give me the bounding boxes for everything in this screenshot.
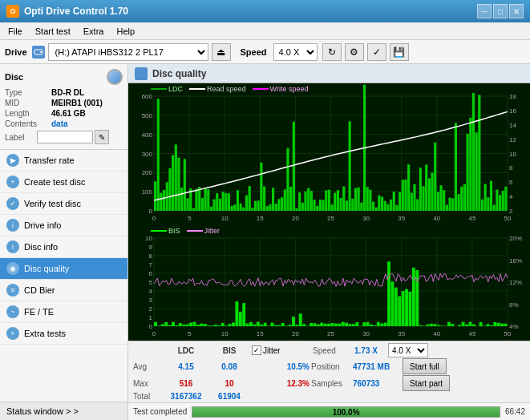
progress-percent: 100.0% bbox=[192, 407, 500, 418]
app-title: Opti Drive Control 1.70 bbox=[24, 6, 128, 17]
fe-te-icon: ~ bbox=[6, 305, 19, 318]
disc-header: Disc bbox=[5, 69, 123, 85]
svg-point-1 bbox=[40, 51, 42, 53]
disc-mid-value: MEIRB1 (001) bbox=[51, 99, 103, 107]
disc-quality-label: Disc quality bbox=[24, 264, 69, 273]
cd-bier-icon: ≡ bbox=[6, 284, 19, 297]
read-speed-legend-label: Read speed bbox=[207, 85, 246, 93]
top-chart-legend: LDC Read speed Write speed bbox=[151, 85, 308, 93]
disc-mid-label: MID bbox=[5, 99, 51, 107]
max-ldc: 516 bbox=[165, 379, 207, 388]
progress-bar-container: 100.0% bbox=[192, 406, 500, 418]
refresh-button[interactable]: ↻ bbox=[322, 43, 342, 61]
max-jitter: 12.3% bbox=[252, 379, 310, 388]
ldc-color bbox=[151, 88, 167, 90]
max-label: Max bbox=[133, 379, 164, 388]
jitter-legend: Jitter bbox=[187, 227, 220, 235]
speed-stat-dropdown[interactable]: 4.0 X bbox=[388, 343, 428, 357]
status-window-button[interactable]: Status window > > bbox=[0, 402, 127, 420]
max-bis: 10 bbox=[208, 379, 250, 388]
main-panel: Disc quality LDC Read speed bbox=[128, 64, 530, 420]
jitter-checkbox[interactable]: ✓ bbox=[252, 345, 261, 355]
sidebar-item-cd-bier[interactable]: ≡ CD Bier bbox=[0, 280, 127, 301]
disc-info-icon: i bbox=[6, 240, 19, 253]
drive-info-icon: i bbox=[6, 219, 19, 232]
ldc-legend: LDC bbox=[151, 85, 183, 93]
stats-max-row: Max 516 10 12.3% Samples 760733 Start pa… bbox=[133, 375, 525, 391]
disc-label-edit-button[interactable]: ✎ bbox=[95, 130, 109, 144]
sidebar-item-fe-te[interactable]: ~ FE / TE bbox=[0, 301, 127, 323]
menu-file[interactable]: File bbox=[3, 25, 27, 38]
position-value: 47731 MB bbox=[353, 362, 401, 371]
sidebar-item-verify-test-disc[interactable]: ✓ Verify test disc bbox=[0, 193, 127, 215]
avg-label: Avg bbox=[133, 362, 164, 371]
sidebar-item-disc-info[interactable]: i Disc info bbox=[0, 236, 127, 258]
disc-length-row: Length 46.61 GB bbox=[5, 109, 123, 118]
menu-bar: File Start test Extra Help bbox=[0, 22, 530, 40]
ldc-legend-label: LDC bbox=[168, 85, 183, 93]
disc-label-input[interactable] bbox=[37, 131, 93, 143]
menu-help[interactable]: Help bbox=[111, 25, 140, 38]
extra-tests-label: Extra tests bbox=[24, 329, 66, 338]
charts-area: LDC Read speed Write speed bbox=[128, 83, 530, 341]
speed-stat-value: 1.73 X bbox=[354, 346, 386, 355]
title-bar-controls: ─ □ ✕ bbox=[477, 4, 524, 18]
disc-contents-value: data bbox=[51, 119, 68, 128]
disc-info-label: Disc info bbox=[24, 242, 58, 252]
stats-total-row: Total 3167362 61904 bbox=[133, 392, 525, 401]
menu-start-test[interactable]: Start test bbox=[30, 25, 75, 38]
sidebar-item-disc-quality[interactable]: ◉ Disc quality bbox=[0, 258, 127, 280]
start-full-button[interactable]: Start full bbox=[403, 358, 447, 374]
eject-button[interactable]: ⏏ bbox=[212, 43, 231, 61]
disc-type-value: BD-R DL bbox=[51, 88, 84, 97]
verify-test-disc-icon: ✓ bbox=[6, 197, 19, 210]
speed-label: Speed bbox=[241, 47, 267, 57]
sidebar-item-extra-tests[interactable]: + Extra tests bbox=[0, 323, 127, 345]
minimize-button[interactable]: ─ bbox=[477, 4, 492, 18]
bis-header: BIS bbox=[208, 346, 250, 355]
disc-quality-title: Disc quality bbox=[152, 68, 206, 79]
sidebar-item-transfer-rate[interactable]: ▶ Transfer rate bbox=[0, 150, 127, 172]
save-button[interactable]: 💾 bbox=[390, 43, 409, 61]
write-speed-legend: Write speed bbox=[253, 85, 309, 93]
disc-type-row: Type BD-R DL bbox=[5, 88, 123, 97]
status-window-label: Status window > > bbox=[6, 406, 79, 416]
disc-info-panel: Disc Type BD-R DL MID MEIRB1 (001) Lengt… bbox=[0, 64, 127, 150]
sidebar-item-create-test-disc[interactable]: + Create test disc bbox=[0, 172, 127, 193]
disc-length-label: Length bbox=[5, 109, 51, 118]
read-speed-legend: Read speed bbox=[189, 85, 246, 93]
disc-label-key: Label bbox=[5, 133, 37, 142]
samples-label: Samples bbox=[311, 379, 351, 388]
samples-value: 760733 bbox=[353, 379, 401, 388]
sidebar: Disc Type BD-R DL MID MEIRB1 (001) Lengt… bbox=[0, 64, 128, 420]
start-part-button[interactable]: Start part bbox=[403, 375, 450, 391]
sidebar-item-drive-info[interactable]: i Drive info bbox=[0, 215, 127, 236]
bottom-bar: Test completed 100.0% 66:42 bbox=[128, 402, 530, 420]
write-speed-legend-label: Write speed bbox=[270, 85, 309, 93]
cd-bier-label: CD Bier bbox=[24, 285, 55, 295]
speed-select[interactable]: 4.0 X bbox=[273, 43, 318, 61]
disc-contents-label: Contents bbox=[5, 119, 51, 128]
bis-legend: BIS bbox=[151, 227, 180, 235]
avg-bis: 0.08 bbox=[208, 362, 250, 371]
menu-extra[interactable]: Extra bbox=[79, 25, 109, 38]
burn-button[interactable]: ⚙ bbox=[345, 43, 364, 61]
disc-mid-row: MID MEIRB1 (001) bbox=[5, 99, 123, 107]
maximize-button[interactable]: □ bbox=[493, 4, 508, 18]
transfer-rate-label: Transfer rate bbox=[24, 155, 75, 165]
transfer-rate-icon: ▶ bbox=[6, 154, 19, 167]
stats-header-row: LDC BIS ✓ Jitter Speed 1.73 X 4.0 X bbox=[133, 343, 525, 357]
disc-contents-row: Contents data bbox=[5, 119, 123, 128]
top-chart: LDC Read speed Write speed bbox=[128, 83, 530, 225]
drive-select[interactable]: (H:) ATAPI iHBS312 2 PL17 bbox=[48, 43, 208, 61]
extra-tests-icon: + bbox=[6, 327, 19, 340]
close-button[interactable]: ✕ bbox=[509, 4, 524, 18]
ldc-header: LDC bbox=[165, 346, 207, 355]
speed-stat-label: Speed bbox=[313, 346, 353, 355]
disc-quality-icon: ◉ bbox=[6, 262, 19, 275]
avg-jitter: 10.5% bbox=[252, 362, 310, 371]
disc-type-label: Type bbox=[5, 88, 51, 97]
read-speed-color bbox=[189, 88, 205, 90]
disc-quality-header-icon bbox=[135, 67, 148, 80]
verify-button[interactable]: ✓ bbox=[367, 43, 386, 61]
